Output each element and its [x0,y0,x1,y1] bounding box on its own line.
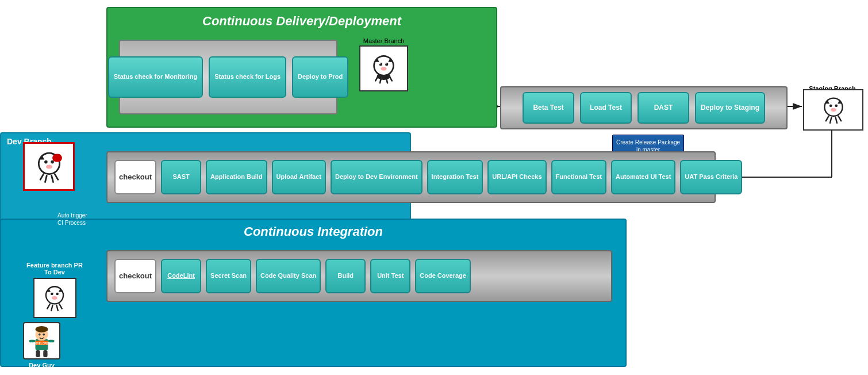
svg-line-44 [51,175,53,182]
svg-point-27 [835,104,838,107]
staging-pipeline: Beta Test Load Test DAST Deploy to Stagi… [500,86,788,129]
codelint-btn[interactable]: CodeLint [161,259,201,293]
svg-point-26 [829,104,832,107]
svg-text:DEVELOPER: DEVELOPER [33,342,50,345]
svg-point-51 [56,293,59,296]
status-logs-btn[interactable]: Status check for Logs [209,56,286,98]
deploy-staging-btn[interactable]: Deploy to Staging [695,92,765,124]
cd-title: Continuous Delivery/Deployment [107,8,496,29]
svg-line-58 [59,304,62,308]
svg-line-34 [838,116,841,121]
ci-pipeline: checkout CodeLint Secret Scan Code Quali… [106,250,612,302]
feature-github-icon [37,281,72,315]
dast-btn[interactable]: DAST [637,92,689,124]
svg-rect-67 [43,350,47,357]
svg-point-15 [381,67,386,71]
dev-github-area [23,142,75,191]
feature-branch-label: Feature branch PR To Dev [23,262,86,275]
feature-github-box [33,278,76,318]
svg-line-43 [45,175,47,182]
functional-test-btn[interactable]: Functional Test [551,160,606,194]
url-api-btn[interactable]: URL/API Checks [487,160,546,194]
diagram-container: Continuous Delivery/Deployment Status ch… [0,0,868,375]
svg-point-38 [51,160,54,163]
integration-test-btn[interactable]: Integration Test [427,160,483,194]
cd-box: Continuous Delivery/Deployment Status ch… [106,7,497,128]
dev-github-icon [28,147,71,187]
svg-line-31 [825,116,828,121]
svg-line-42 [40,174,44,179]
code-quality-btn[interactable]: Code Quality Scan [256,259,321,293]
master-branch-area: Master Branch [359,37,408,91]
svg-point-52 [52,296,57,300]
code-coverage-btn[interactable]: Code Coverage [415,259,471,293]
svg-line-56 [51,305,52,311]
svg-line-57 [56,305,57,311]
app-build-btn[interactable]: Application Build [206,160,267,194]
dev-guy-label: Dev Guy [29,362,55,369]
master-github-box [359,45,408,91]
dev-github-box [23,142,75,191]
svg-line-32 [830,117,831,123]
automated-ui-btn[interactable]: Automated UI Test [611,160,675,194]
feature-branch-area: Feature branch PR To Dev [23,262,86,318]
svg-point-39 [45,164,52,169]
uat-pass-btn[interactable]: UAT Pass Criteria [680,160,742,194]
ci-title: Continuous Integration [1,220,625,239]
svg-line-45 [55,174,58,179]
svg-point-28 [831,108,836,112]
svg-point-37 [44,160,48,163]
dev-guy-area: DEVELOPER Dev Guy [23,322,60,369]
dev-guy-svg: DEVELOPER [26,324,57,358]
deploy-prod-btn[interactable]: Deploy to Prod [292,56,348,98]
staging-github-icon [813,93,854,127]
svg-point-63 [43,333,45,335]
svg-rect-66 [36,350,40,357]
build-btn[interactable]: Build [325,259,366,293]
beta-test-btn[interactable]: Beta Test [523,92,574,124]
master-branch-label: Master Branch [363,37,405,44]
upload-artifact-btn[interactable]: Upload Artifact [272,160,326,194]
svg-point-47 [52,154,60,162]
master-github-icon [365,50,402,87]
staging-github-box [803,89,863,131]
svg-line-33 [835,117,836,123]
svg-point-23 [385,63,386,64]
secret-scan-btn[interactable]: Secret Scan [206,259,251,293]
svg-point-61 [36,326,48,332]
sast-btn[interactable]: SAST [161,160,201,194]
checkout-ci-btn[interactable]: checkout [114,259,156,293]
unit-test-btn[interactable]: Unit Test [370,259,410,293]
auto-trigger-label: Auto triggerCI Process [57,212,87,227]
svg-point-22 [379,63,381,64]
dev-guy-icon: DEVELOPER [23,322,60,359]
dev-pipeline: checkout SAST Application Build Upload A… [106,151,716,203]
load-test-btn[interactable]: Load Test [580,92,632,124]
status-monitoring-btn[interactable]: Status check for Monitoring [108,56,203,98]
svg-point-50 [51,293,53,296]
svg-line-55 [47,304,50,308]
checkout-dev-btn[interactable]: checkout [114,160,156,194]
svg-point-62 [39,333,41,335]
cd-inner-pipeline: Status check for Monitoring Status check… [119,40,337,114]
deploy-dev-btn[interactable]: Deploy to Dev Environment [331,160,423,194]
